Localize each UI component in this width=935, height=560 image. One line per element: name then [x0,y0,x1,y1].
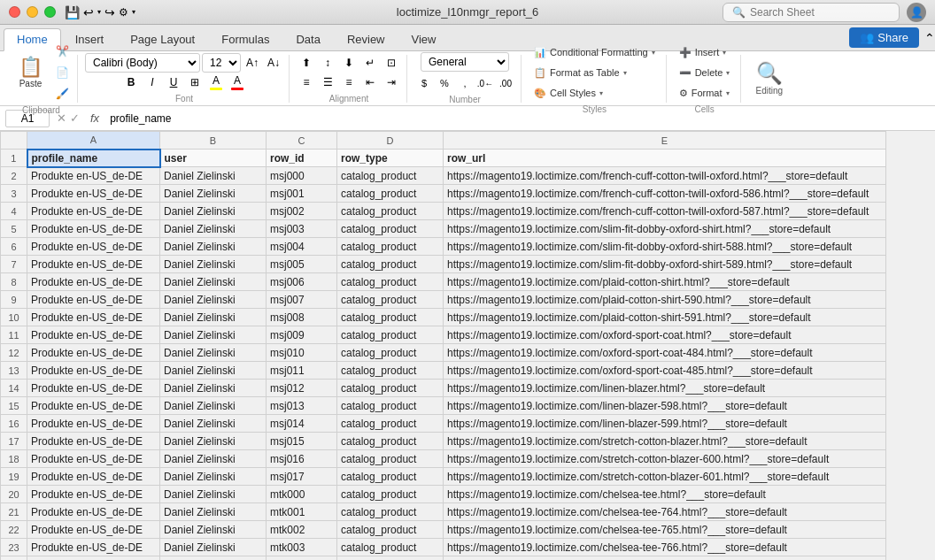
cell-B16[interactable]: Daniel Zielinski [160,415,267,433]
customize-icon[interactable]: ⚙ [119,6,128,19]
cell-A1[interactable]: profile_name [27,150,160,167]
cell-D7[interactable]: catalog_product [337,256,444,273]
customize-caret[interactable]: ▾ [132,8,135,16]
align-center-button[interactable]: ☰ [318,73,337,92]
cell-A15[interactable]: Produkte en-US_de-DE [27,397,160,415]
cell-D14[interactable]: catalog_product [337,380,444,397]
col-header-e[interactable]: E [444,132,886,150]
cell-D21[interactable]: catalog_product [337,503,444,521]
cell-B17[interactable]: Daniel Zielinski [160,433,267,450]
row-header[interactable]: 10 [1,309,27,326]
cell-styles-button[interactable]: 🎨 Cell Styles ▾ [529,83,661,103]
font-color-button[interactable]: A [228,73,247,92]
cell-E22[interactable]: https://magento19.loctimize.com/chelsea-… [444,521,886,539]
row-header[interactable]: 16 [1,415,27,433]
cell-A3[interactable]: Produkte en-US_de-DE [27,185,160,203]
row-header[interactable]: 15 [1,397,27,415]
cell-B6[interactable]: Daniel Zielinski [160,238,267,256]
cell-A5[interactable]: Produkte en-US_de-DE [27,220,160,238]
cell-B13[interactable]: Daniel Zielinski [160,362,267,380]
cell-C20[interactable]: mtk000 [267,486,337,503]
cell-E13[interactable]: https://magento19.loctimize.com/oxford-s… [444,362,886,380]
cell-C6[interactable]: msj004 [267,238,337,256]
cell-E3[interactable]: https://magento19.loctimize.com/french-c… [444,185,886,203]
tab-view[interactable]: View [399,29,449,50]
row-header[interactable]: 4 [1,203,27,220]
border-button[interactable]: ⊞ [185,73,205,92]
decrease-decimal-button[interactable]: .0← [475,73,495,93]
cell-D20[interactable]: catalog_product [337,486,444,503]
cell-C4[interactable]: msj002 [267,203,337,220]
row-header[interactable]: 13 [1,362,27,380]
cell-C1[interactable]: row_id [267,150,337,167]
share-button[interactable]: 👥 Share [849,27,919,48]
cell-D12[interactable]: catalog_product [337,344,444,362]
align-top-button[interactable]: ⬆ [297,53,316,73]
cell-B11[interactable]: Daniel Zielinski [160,326,267,344]
cell-C9[interactable]: msj007 [267,291,337,309]
row-header[interactable]: 11 [1,326,27,344]
cell-D9[interactable]: catalog_product [337,291,444,309]
cell-C8[interactable]: msj006 [267,273,337,291]
cell-D13[interactable]: catalog_product [337,362,444,380]
cell-E20[interactable]: https://magento19.loctimize.com/chelsea-… [444,486,886,503]
cell-C12[interactable]: msj010 [267,344,337,362]
tab-review[interactable]: Review [335,29,398,50]
cell-D11[interactable]: catalog_product [337,326,444,344]
cell-E18[interactable]: https://magento19.loctimize.com/stretch-… [444,450,886,468]
cell-D22[interactable]: catalog_product [337,521,444,539]
cell-D16[interactable]: catalog_product [337,415,444,433]
cell-C17[interactable]: msj015 [267,433,337,450]
tab-data[interactable]: Data [283,29,332,50]
tab-page-layout[interactable]: Page Layout [118,29,207,50]
cell-E16[interactable]: https://magento19.loctimize.com/linen-bl… [444,415,886,433]
cell-E4[interactable]: https://magento19.loctimize.com/french-c… [444,203,886,220]
cell-A8[interactable]: Produkte en-US_de-DE [27,273,160,291]
cell-A21[interactable]: Produkte en-US_de-DE [27,503,160,521]
col-header-d[interactable]: D [337,132,444,150]
cell-B7[interactable]: Daniel Zielinski [160,256,267,273]
bold-button[interactable]: B [121,73,141,92]
row-header[interactable]: 6 [1,238,27,256]
cell-C5[interactable]: msj003 [267,220,337,238]
cell-B24[interactable]: Daniel Zielinski [160,556,267,561]
cell-E21[interactable]: https://magento19.loctimize.com/chelsea-… [444,503,886,521]
copy-button[interactable]: 📄 [52,63,72,82]
cell-D3[interactable]: catalog_product [337,185,444,203]
paste-button[interactable]: 📋 Paste [11,51,50,94]
increase-font-button[interactable]: A↑ [243,53,262,73]
minimize-button[interactable] [27,6,38,18]
cell-E2[interactable]: https://magento19.loctimize.com/french-c… [444,167,886,185]
cell-C13[interactable]: msj011 [267,362,337,380]
cell-A4[interactable]: Produkte en-US_de-DE [27,203,160,220]
cell-A22[interactable]: Produkte en-US_de-DE [27,521,160,539]
col-header-b[interactable]: B [160,132,267,150]
row-header[interactable]: 1 [1,150,27,167]
conditional-formatting-button[interactable]: 📊 Conditional Formatting ▾ [529,42,661,62]
cell-C22[interactable]: mtk002 [267,521,337,539]
cell-C10[interactable]: msj008 [267,309,337,326]
cell-D24[interactable]: catalog_product [337,556,444,561]
row-header[interactable]: 18 [1,450,27,468]
row-header[interactable]: 2 [1,167,27,185]
cell-E11[interactable]: https://magento19.loctimize.com/oxford-s… [444,326,886,344]
currency-button[interactable]: $ [414,73,434,93]
cell-A9[interactable]: Produkte en-US_de-DE [27,291,160,309]
row-header[interactable]: 17 [1,433,27,450]
chevron-up-icon[interactable]: ⌃ [924,31,935,45]
save-icon[interactable]: 💾 [65,5,80,19]
row-header[interactable]: 7 [1,256,27,273]
italic-button[interactable]: I [143,73,162,92]
cell-A20[interactable]: Produkte en-US_de-DE [27,486,160,503]
cell-A7[interactable]: Produkte en-US_de-DE [27,256,160,273]
decrease-indent-button[interactable]: ⇤ [360,73,380,92]
cell-E12[interactable]: https://magento19.loctimize.com/oxford-s… [444,344,886,362]
fill-color-button[interactable]: A [206,73,226,92]
cell-B4[interactable]: Daniel Zielinski [160,203,267,220]
increase-decimal-button[interactable]: .00 [496,73,515,93]
cell-D18[interactable]: catalog_product [337,450,444,468]
cell-B18[interactable]: Daniel Zielinski [160,450,267,468]
comma-button[interactable]: , [455,73,475,93]
search-input[interactable] [750,6,890,19]
cell-D1[interactable]: row_type [337,150,444,167]
